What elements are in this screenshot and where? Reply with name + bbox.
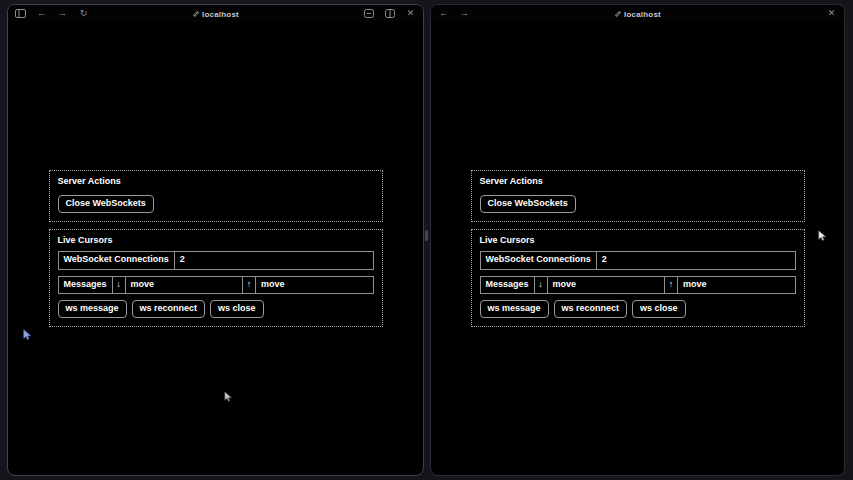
demo-panel: Server Actions Close WebSockets Live Cur… — [471, 170, 805, 327]
connections-row: WebSocket Connections 2 — [480, 251, 796, 270]
ws-reconnect-button[interactable]: ws reconnect — [554, 300, 628, 318]
link-icon — [614, 10, 621, 17]
server-actions-title: Server Actions — [58, 176, 374, 186]
link-icon — [192, 10, 199, 17]
address-title: localhost — [614, 9, 661, 18]
arrow-down-icon: ↓ — [535, 277, 548, 294]
close-icon[interactable]: ✕ — [826, 8, 837, 19]
connections-label: WebSocket Connections — [481, 252, 597, 269]
ws-message-button[interactable]: ws message — [58, 300, 127, 318]
titlebar-right-controls: ✕ — [826, 8, 837, 19]
forward-icon[interactable]: → — [459, 8, 470, 19]
close-websockets-button[interactable]: Close WebSockets — [58, 195, 154, 213]
ws-close-button[interactable]: ws close — [632, 300, 686, 318]
titlebar-left-controls: ← → ↻ — [15, 8, 89, 19]
demo-panel: Server Actions Close WebSockets Live Cur… — [49, 170, 383, 327]
server-actions-section: Server Actions Close WebSockets — [49, 170, 383, 222]
arrow-up-icon: ↑ — [243, 277, 256, 294]
server-actions-section: Server Actions Close WebSockets — [471, 170, 805, 222]
arrow-up-icon: ↑ — [665, 277, 678, 294]
forward-icon[interactable]: → — [57, 8, 68, 19]
titlebar: ← → ↻ localhost ✕ — [8, 5, 423, 22]
page-content: Server Actions Close WebSockets Live Cur… — [431, 22, 844, 475]
close-websockets-button[interactable]: Close WebSockets — [480, 195, 576, 213]
ws-message-button[interactable]: ws message — [480, 300, 549, 318]
ws-buttons-row: ws message ws reconnect ws close — [58, 300, 374, 318]
ws-close-button[interactable]: ws close — [210, 300, 264, 318]
live-cursors-section: Live Cursors WebSocket Connections 2 Mes… — [49, 229, 383, 327]
last-received-message: move — [126, 277, 243, 294]
live-cursors-section: Live Cursors WebSocket Connections 2 Mes… — [471, 229, 805, 327]
reader-mode-icon[interactable] — [363, 8, 374, 19]
reload-icon[interactable]: ↻ — [78, 8, 89, 19]
messages-label: Messages — [59, 277, 113, 294]
page-title: localhost — [202, 9, 239, 18]
page-title: localhost — [624, 9, 661, 18]
connections-label: WebSocket Connections — [59, 252, 175, 269]
split-view-icon[interactable] — [384, 8, 395, 19]
browser-window-right: ← → localhost ✕ Server Actions Close Web… — [430, 4, 845, 476]
back-icon[interactable]: ← — [36, 8, 47, 19]
titlebar: ← → localhost ✕ — [431, 5, 844, 22]
window-resize-handle[interactable] — [425, 230, 428, 241]
ws-reconnect-button[interactable]: ws reconnect — [132, 300, 206, 318]
titlebar-right-controls: ✕ — [363, 8, 416, 19]
connections-value: 2 — [597, 252, 795, 269]
page-content: Server Actions Close WebSockets Live Cur… — [8, 22, 423, 475]
ws-buttons-row: ws message ws reconnect ws close — [480, 300, 796, 318]
back-icon[interactable]: ← — [438, 8, 449, 19]
last-sent-message: move — [678, 277, 794, 294]
arrow-down-icon: ↓ — [113, 277, 126, 294]
sidebar-toggle-icon[interactable] — [15, 8, 26, 19]
live-cursors-title: Live Cursors — [58, 235, 374, 245]
server-actions-title: Server Actions — [480, 176, 796, 186]
desktop: { "icons": { "back": "←", "forward": "→"… — [0, 0, 853, 480]
connections-row: WebSocket Connections 2 — [58, 251, 374, 270]
messages-label: Messages — [481, 277, 535, 294]
last-sent-message: move — [256, 277, 372, 294]
connections-value: 2 — [175, 252, 373, 269]
messages-row: Messages ↓ move ↑ move — [58, 276, 374, 295]
messages-row: Messages ↓ move ↑ move — [480, 276, 796, 295]
address-title: localhost — [192, 9, 239, 18]
last-received-message: move — [548, 277, 665, 294]
close-icon[interactable]: ✕ — [405, 8, 416, 19]
live-cursors-title: Live Cursors — [480, 235, 796, 245]
browser-window-left: ← → ↻ localhost ✕ Server Actions Close W… — [7, 4, 424, 476]
titlebar-left-controls: ← → — [438, 8, 470, 19]
